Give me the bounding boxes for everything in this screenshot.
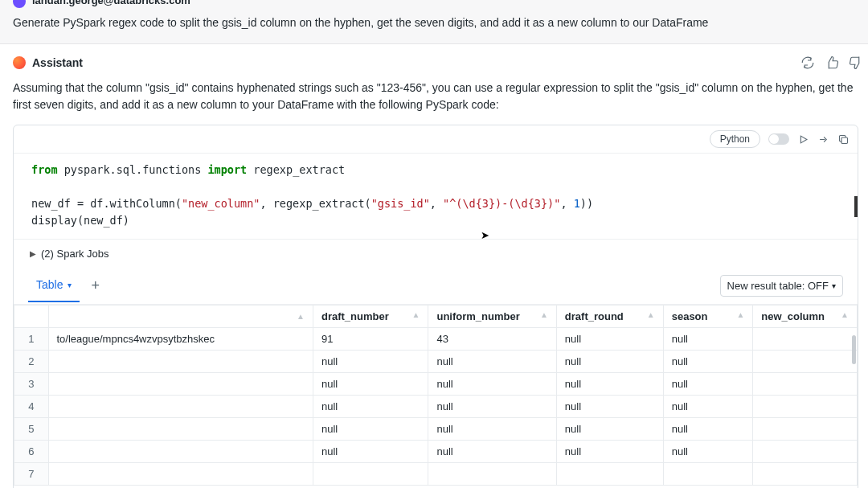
row-number-cell[interactable]: 1	[14, 327, 49, 350]
thumbs-down-icon[interactable]	[849, 55, 863, 70]
table-row[interactable]: 1to/league/mpncs4wzvpsytbzhskec9143nulln…	[14, 327, 858, 350]
svg-rect-0	[841, 137, 848, 144]
row-number-cell[interactable]: 6	[14, 440, 49, 462]
table-cell[interactable]	[556, 462, 663, 485]
table-cell[interactable]: null	[663, 395, 753, 417]
table-cell[interactable]	[48, 462, 313, 485]
add-tab-button[interactable]: +	[80, 268, 111, 304]
table-cell[interactable]	[48, 372, 313, 395]
run-icon[interactable]	[797, 133, 809, 146]
table-cell[interactable]	[753, 440, 858, 462]
table-cell[interactable]	[753, 350, 858, 372]
table-cell[interactable]	[753, 395, 858, 417]
table-cell[interactable]	[48, 440, 313, 462]
table-row[interactable]: 2nullnullnullnull	[14, 350, 858, 372]
sort-icon: ▲	[841, 310, 849, 319]
table-cell[interactable]	[48, 417, 313, 440]
language-pill[interactable]: Python	[710, 130, 760, 148]
code-cell: Python from pyspark.sql.functions import…	[13, 125, 858, 488]
sort-icon: ▲	[647, 310, 655, 319]
table-header-row: ▲ draft_number▲ uniform_number▲ draft_ro…	[14, 305, 858, 327]
table-cell[interactable]: 91	[313, 327, 428, 350]
row-number-cell[interactable]: 7	[14, 462, 49, 485]
table-cell[interactable]: null	[313, 440, 428, 462]
caret-indicator	[854, 196, 858, 217]
assistant-message-block: Assistant Assuming that the column "gsis…	[0, 44, 868, 488]
table-cell[interactable]	[753, 417, 858, 440]
table-row[interactable]: 7	[14, 462, 858, 485]
table-cell[interactable]: null	[428, 372, 556, 395]
row-number-cell[interactable]: 3	[14, 372, 49, 395]
table-cell[interactable]	[428, 462, 556, 485]
user-message-block: landan.george@databricks.com Generate Py…	[0, 0, 868, 44]
table-cell[interactable]: null	[556, 372, 663, 395]
new-result-label: New result table: OFF	[727, 280, 829, 292]
column-header[interactable]: draft_number▲	[313, 305, 428, 327]
caret-right-icon: ▶	[30, 249, 36, 258]
table-cell[interactable]: null	[313, 350, 428, 372]
column-header[interactable]: draft_round▲	[556, 305, 663, 327]
row-number-header[interactable]	[14, 305, 49, 327]
table-row[interactable]: 5nullnullnullnull	[14, 417, 858, 440]
table-cell[interactable]	[313, 462, 428, 485]
expand-icon[interactable]	[817, 133, 829, 146]
table-cell[interactable]: null	[663, 417, 753, 440]
new-result-table-dropdown[interactable]: New result table: OFF ▾	[720, 275, 843, 297]
table-cell[interactable]: null	[313, 417, 428, 440]
regenerate-icon[interactable]	[800, 55, 815, 70]
spark-jobs-toggle[interactable]: ▶ (2) Spark Jobs	[14, 240, 858, 268]
table-row[interactable]: 6nullnullnullnull	[14, 440, 858, 462]
table-cell[interactable]: 43	[428, 327, 556, 350]
user-email: landan.george@databricks.com	[32, 0, 190, 6]
row-number-cell[interactable]: 4	[14, 395, 49, 417]
table-cell[interactable]: null	[428, 417, 556, 440]
table-cell[interactable]: null	[663, 372, 753, 395]
result-table-wrap: ▲ draft_number▲ uniform_number▲ draft_ro…	[14, 305, 858, 488]
table-cell[interactable]	[48, 350, 313, 372]
sort-icon: ▲	[412, 310, 420, 319]
table-cell[interactable]	[753, 462, 858, 485]
table-cell[interactable]: null	[556, 417, 663, 440]
column-header[interactable]: new_column▲	[753, 305, 858, 327]
code-editor[interactable]: from pyspark.sql.functions import regexp…	[14, 154, 858, 240]
table-cell[interactable]: null	[663, 350, 753, 372]
code-keyword: import	[207, 163, 247, 176]
assistant-avatar	[13, 56, 26, 69]
table-row[interactable]: 3nullnullnullnull	[14, 372, 858, 395]
table-cell[interactable]: null	[313, 395, 428, 417]
table-cell[interactable]: null	[428, 350, 556, 372]
tab-table-label: Table	[36, 278, 63, 291]
vertical-scrollbar[interactable]	[852, 335, 856, 364]
copy-icon[interactable]	[837, 133, 850, 146]
table-cell[interactable]: null	[556, 440, 663, 462]
sort-icon: ▲	[736, 310, 744, 319]
table-cell[interactable]: null	[428, 440, 556, 462]
table-cell[interactable]	[48, 395, 313, 417]
table-row[interactable]: 4nullnullnullnull	[14, 395, 858, 417]
table-cell[interactable]: null	[428, 395, 556, 417]
sort-icon: ▲	[297, 312, 305, 321]
cell-toggle[interactable]	[768, 133, 789, 145]
tab-table[interactable]: Table ▾	[28, 269, 80, 302]
thumbs-up-icon[interactable]	[825, 55, 839, 70]
table-cell[interactable]	[753, 327, 858, 350]
table-cell[interactable]: null	[663, 327, 753, 350]
table-cell[interactable]: null	[663, 440, 753, 462]
table-cell[interactable]	[753, 372, 858, 395]
column-header[interactable]: uniform_number▲	[428, 305, 556, 327]
table-cell[interactable]: null	[556, 395, 663, 417]
code-keyword: from	[31, 163, 58, 176]
result-tabs: Table ▾ + New result table: OFF ▾	[14, 268, 858, 305]
table-cell[interactable]: to/league/mpncs4wzvpsytbzhskec	[48, 327, 313, 350]
row-number-cell[interactable]: 5	[14, 417, 49, 440]
row-number-cell[interactable]: 2	[14, 350, 49, 372]
table-cell[interactable]: null	[556, 327, 663, 350]
result-table: ▲ draft_number▲ uniform_number▲ draft_ro…	[14, 305, 858, 486]
table-cell[interactable]	[663, 462, 753, 485]
table-cell[interactable]: null	[313, 372, 428, 395]
table-cell[interactable]: null	[556, 350, 663, 372]
chevron-down-icon: ▾	[68, 281, 72, 289]
column-header[interactable]: season▲	[663, 305, 753, 327]
column-header[interactable]: ▲	[48, 305, 313, 327]
user-prompt-text: Generate PySpark regex code to split the…	[13, 16, 855, 29]
